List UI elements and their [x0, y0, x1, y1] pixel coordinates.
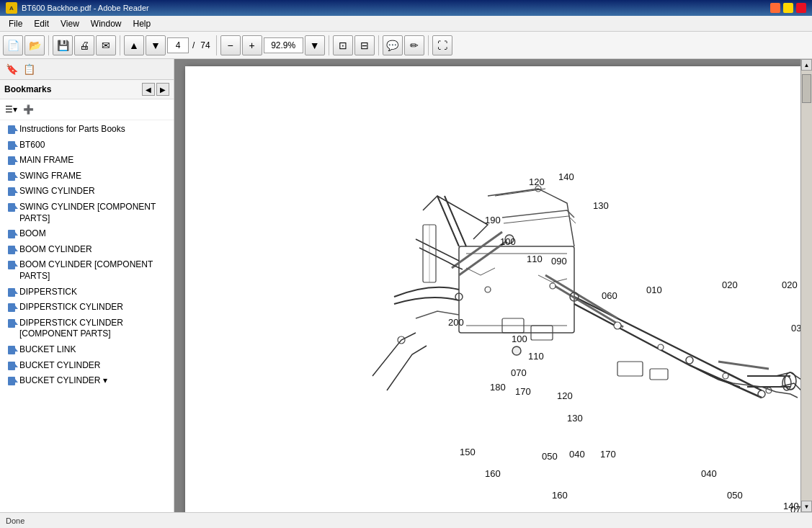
bookmark-dipperstick-cyl-comp[interactable]: DIPPERSTICK CYLINDER [COMPONENT PARTS] — [0, 316, 174, 342]
bookmark-boom[interactable]: BOOM — [0, 226, 174, 242]
svg-text:120: 120 — [529, 176, 545, 187]
print-btn[interactable]: 🖨 — [74, 35, 94, 55]
bookmark-label: BUCKET CYLINDER — [19, 360, 169, 372]
svg-text:160: 160 — [485, 468, 501, 479]
bookmark-boom-cyl[interactable]: BOOM CYLINDER — [0, 242, 174, 258]
close-btn[interactable] — [796, 3, 806, 13]
svg-text:020: 020 — [722, 279, 738, 290]
zoom-out-btn[interactable]: − — [220, 35, 241, 55]
svg-text:050: 050 — [542, 451, 558, 462]
email-btn[interactable]: ✉ — [96, 35, 116, 55]
svg-point-21 — [723, 373, 728, 379]
maximize-btn[interactable] — [783, 3, 793, 13]
zoom-input[interactable] — [264, 37, 303, 53]
minimize-btn[interactable] — [770, 3, 780, 13]
comment-btn[interactable]: 💬 — [383, 35, 403, 55]
bookmark-label: BUCKET LINK — [19, 344, 169, 356]
bookmark-page-icon — [7, 202, 16, 212]
svg-text:050: 050 — [727, 490, 743, 501]
bookmarks-menu-btn[interactable]: ☰▾ — [3, 102, 19, 117]
right-scrollbar[interactable]: ▲ ▼ — [800, 59, 812, 512]
scroll-track[interactable] — [801, 71, 812, 501]
bookmarks-list[interactable]: Instructions for Parts Books BT600 MAIN … — [0, 120, 174, 512]
sep4 — [329, 35, 329, 55]
bookmark-label: BOOM — [19, 228, 169, 240]
bookmarks-toolbar: ☰▾ ➕ — [0, 99, 174, 120]
menubar: File Edit View Window Help — [0, 16, 812, 32]
menu-help[interactable]: Help — [128, 17, 157, 30]
bookmark-bucket-link[interactable]: BUCKET LINK — [0, 342, 174, 358]
expand-panel-btn[interactable]: ▶ — [156, 83, 169, 96]
fit-page-btn[interactable]: ⊡ — [333, 35, 353, 55]
svg-text:150: 150 — [577, 510, 593, 512]
page-separator: / — [190, 40, 197, 50]
bookmark-main-frame[interactable]: MAIN FRAME — [0, 153, 174, 169]
bookmark-swing-frame[interactable]: SWING FRAME — [0, 169, 174, 184]
panel-icon-bookmarks[interactable]: 🔖 — [4, 61, 19, 77]
bookmark-label: DIPPERSTICK CYLINDER [COMPONENT PARTS] — [19, 318, 169, 340]
menu-window[interactable]: Window — [85, 17, 128, 30]
markup-btn[interactable]: ✏ — [404, 35, 424, 55]
page-total: 74 — [198, 40, 212, 50]
menu-file[interactable]: File — [3, 17, 28, 30]
panel-tabs: 🔖 📋 — [0, 59, 174, 80]
svg-text:150: 150 — [460, 447, 476, 457]
bookmark-label: DIPPERSTICK CYLINDER — [19, 302, 169, 313]
bookmark-label: SWING CYLINDER [COMPONENT PARTS] — [19, 202, 169, 224]
bookmark-page-icon — [7, 245, 16, 255]
menu-view[interactable]: View — [55, 17, 85, 30]
app-icon: A — [6, 2, 17, 14]
bookmark-instructions[interactable]: Instructions for Parts Books — [0, 122, 174, 138]
prev-page-btn[interactable]: ▲ — [124, 35, 144, 55]
new-btn[interactable]: 📄 — [3, 35, 23, 55]
svg-text:040: 040 — [701, 468, 717, 479]
svg-text:130: 130 — [593, 200, 609, 211]
save-btn[interactable]: 💾 — [53, 35, 73, 55]
svg-text:190: 190 — [485, 215, 501, 225]
panel-icon-pages[interactable]: 📋 — [21, 61, 37, 77]
bookmark-boom-cyl-comp[interactable]: BOOM CYLINDER [COMPONENT PARTS] — [0, 257, 174, 284]
bookmark-bucket-cyl1[interactable]: BUCKET CYLINDER — [0, 358, 174, 374]
bookmark-label: BUCKET CYLINDER ▾ — [19, 375, 169, 387]
pdf-viewer[interactable]: 140 130 120 190 100 110 090 060 010 020 … — [174, 59, 812, 512]
bookmark-dipperstick[interactable]: DIPPERSTICK — [0, 285, 174, 300]
bookmark-dipperstick-cyl[interactable]: DIPPERSTICK CYLINDER — [0, 300, 174, 316]
svg-text:170: 170 — [600, 449, 616, 460]
bookmark-bucket-cyl2[interactable]: BUCKET CYLINDER ▾ — [0, 373, 174, 389]
svg-text:110: 110 — [527, 254, 543, 264]
bookmarks-title: Bookmarks — [4, 84, 51, 94]
bookmark-swing-cyl-comp[interactable]: SWING CYLINDER [COMPONENT PARTS] — [0, 200, 174, 226]
bookmark-bt600[interactable]: BT600 — [0, 138, 174, 153]
bookmark-swing-cyl[interactable]: SWING CYLINDER — [0, 184, 174, 200]
fit-width-btn[interactable]: ⊟ — [354, 35, 375, 55]
zoom-dropdown-btn[interactable]: ▼ — [305, 35, 325, 55]
bookmarks-add-btn[interactable]: ➕ — [20, 102, 36, 117]
svg-text:030: 030 — [791, 323, 801, 334]
bookmark-page-icon — [7, 187, 16, 197]
scroll-thumb[interactable] — [802, 74, 811, 103]
collapse-panel-btn[interactable]: ◀ — [142, 83, 155, 96]
scroll-down-btn[interactable]: ▼ — [801, 501, 812, 512]
menu-edit[interactable]: Edit — [28, 17, 55, 30]
svg-text:140: 140 — [783, 501, 799, 511]
main-layout: 🔖 📋 Bookmarks ◀ ▶ ☰▾ ➕ Instructions for … — [0, 59, 812, 512]
diagram-svg: 140 130 120 190 100 110 090 060 010 020 … — [185, 66, 801, 512]
next-page-btn[interactable]: ▼ — [146, 35, 166, 55]
scroll-up-btn[interactable]: ▲ — [801, 59, 812, 71]
svg-text:180: 180 — [490, 382, 506, 393]
bookmark-page-icon — [7, 303, 16, 313]
bookmark-page-icon — [7, 345, 16, 355]
sep6 — [428, 35, 429, 55]
zoom-in-btn[interactable]: + — [242, 35, 262, 55]
fullscreen-btn[interactable]: ⛶ — [432, 35, 452, 55]
page-input[interactable] — [167, 37, 189, 53]
svg-point-20 — [658, 344, 664, 350]
svg-text:130: 130 — [567, 413, 583, 424]
bookmark-page-icon — [7, 140, 16, 151]
sep1 — [48, 35, 49, 55]
open-btn[interactable]: 📂 — [24, 35, 45, 55]
svg-text:100: 100 — [500, 236, 516, 247]
bookmark-page-icon — [7, 376, 16, 386]
bookmark-page-icon — [7, 318, 16, 328]
svg-text:200: 200 — [448, 317, 464, 328]
